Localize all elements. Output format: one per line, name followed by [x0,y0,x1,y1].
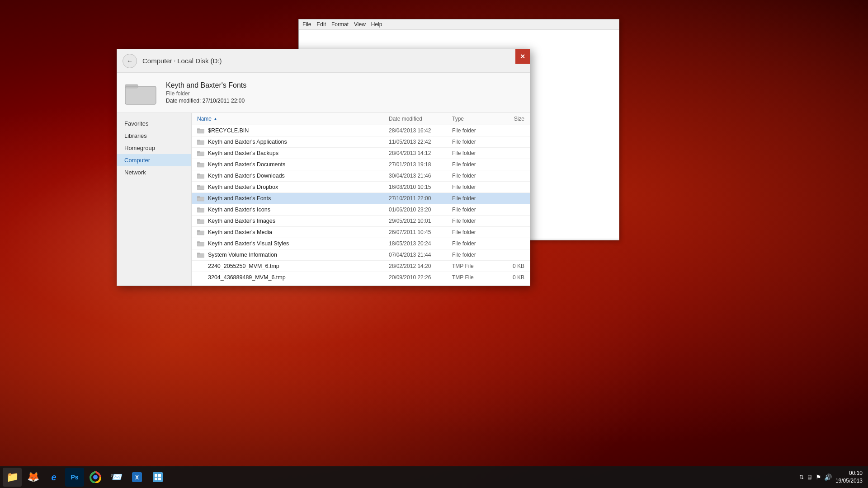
svg-rect-26 [197,253,200,254]
file-date: 30/04/2013 21:46 [389,173,452,179]
file-name: Keyth and Baxter's Dropbox [197,184,389,190]
file-name: Keyth and Baxter's Downloads [197,173,389,179]
notepad-menu-edit[interactable]: Edit [316,21,326,28]
taskbar-translator-icon[interactable]: X [127,468,146,487]
taskbar-send-icon[interactable]: 📨 [107,468,126,487]
file-type: TMP File [452,274,497,281]
taskbar-time-value: 00:10 [835,469,863,477]
svg-rect-18 [197,208,200,209]
table-row[interactable]: Keyth and Baxter's Icons 01/06/2010 23:2… [192,204,530,216]
taskbar-photoshop-icon[interactable]: Ps [65,468,84,487]
file-name: Keyth and Baxter's Visual Styles [197,240,389,247]
taskbar-chrome-icon[interactable] [86,468,105,487]
folder-icon [197,173,204,179]
svg-rect-34 [155,478,157,480]
table-row[interactable]: Keyth and Baxter's Dropbox 16/08/2010 10… [192,182,530,193]
sidebar-item-libraries[interactable]: Libraries [117,130,191,142]
file-type: File folder [452,173,497,179]
sort-arrow-icon: ▲ [213,117,217,121]
file-list[interactable]: Name ▲ Date modified Type Size $RECYCLE.… [192,113,530,286]
folder-icon [197,240,204,247]
table-row[interactable]: Keyth and Baxter's Fonts 27/10/2011 22:0… [192,193,530,204]
column-size[interactable]: Size [497,116,524,122]
back-arrow-icon: ← [127,57,133,65]
preview-file-type: File folder [166,90,246,97]
sidebar-item-favorites[interactable]: Favorites [117,117,191,130]
file-date: 28/04/2013 14:12 [389,150,452,156]
file-name: Keyth and Baxter's Icons [197,206,389,213]
taskbar-ie-icon[interactable]: e [44,468,63,487]
column-date[interactable]: Date modified [389,116,452,122]
table-row[interactable]: Keyth and Baxter's Documents 27/01/2013 … [192,159,530,170]
file-rows-container: $RECYCLE.BIN 28/04/2013 16:42 File folde… [192,125,530,283]
svg-rect-31 [153,472,163,482]
file-name: 2240_2055250_MVM_6.tmp [197,263,389,269]
svg-rect-4 [197,129,200,130]
folder-icon [197,206,204,213]
svg-text:X: X [135,474,139,481]
file-date: 07/04/2013 21:44 [389,252,452,258]
file-type: File folder [452,206,497,213]
explorer-titlebar: ← Computer › Local Disk (D:) ✕ [117,49,530,73]
notepad-menu-file[interactable]: File [302,21,311,28]
taskbar-app-icon[interactable] [148,468,167,487]
file-type: File folder [452,184,497,190]
table-row[interactable]: System Volume Information 07/04/2013 21:… [192,249,530,261]
sidebar-item-network[interactable]: Network [117,166,191,178]
breadcrumb-local-disk[interactable]: Local Disk (D:) [177,57,222,65]
table-row[interactable]: Keyth and Baxter's Images 29/05/2012 10:… [192,216,530,227]
notepad-menubar: File Edit Format View Help [299,19,619,30]
file-date: 29/05/2012 10:01 [389,218,452,224]
folder-icon [197,161,204,168]
folder-icon [197,150,204,156]
column-type[interactable]: Type [452,116,497,122]
breadcrumb-computer[interactable]: Computer [142,57,172,65]
close-button[interactable]: ✕ [515,49,530,64]
table-row[interactable]: Keyth and Baxter's Applications 11/05/20… [192,136,530,148]
taskbar-date-value: 19/05/2013 [835,477,863,485]
file-date: 27/01/2013 19:18 [389,161,452,168]
file-type: File folder [452,195,497,202]
table-row[interactable]: 3204_436889489_MVM_6.tmp 20/09/2010 22:2… [192,272,530,283]
back-button[interactable]: ← [123,54,137,68]
notepad-menu-view[interactable]: View [354,21,366,28]
notepad-menu-help[interactable]: Help [371,21,382,28]
table-row[interactable]: Keyth and Baxter's Media 26/07/2011 10:4… [192,227,530,238]
table-row[interactable]: 2240_2055250_MVM_6.tmp 28/02/2012 14:20 … [192,261,530,272]
file-date: 11/05/2013 22:42 [389,139,452,145]
taskbar-firefox-icon[interactable]: 🦊 [24,468,42,487]
preview-folder-name: Keyth and Baxter's Fonts [166,81,246,89]
desktop: File Edit Format View Help ← Computer › … [0,0,868,488]
table-row[interactable]: Keyth and Baxter's Visual Styles 18/05/2… [192,238,530,249]
file-name: 3204_436889489_MVM_6.tmp [197,274,389,281]
table-row[interactable]: Keyth and Baxter's Downloads 30/04/2013 … [192,170,530,182]
taskbar-monitor-icon: 🖥 [807,474,813,481]
taskbar-right: ⇅ 🖥 ⚑ 🔊 00:10 19/05/2013 [799,469,866,485]
table-row[interactable]: $RECYCLE.BIN 28/04/2013 16:42 File folde… [192,125,530,136]
folder-icon-large [124,79,157,106]
breadcrumb-sep-1: › [174,58,175,63]
svg-rect-20 [197,219,200,221]
file-list-header: Name ▲ Date modified Type Size [192,113,530,125]
file-name: Keyth and Baxter's Backups [197,150,389,156]
table-row[interactable]: Keyth and Baxter's Backups 28/04/2013 14… [192,148,530,159]
column-name[interactable]: Name ▲ [197,116,389,122]
file-date: 16/08/2010 10:15 [389,184,452,190]
taskbar-flag-icon: ⚑ [816,474,821,481]
taskbar-file-explorer-icon[interactable]: 📁 [3,468,22,487]
explorer-main: Favorites Libraries Homegroup Computer N… [117,113,530,286]
svg-rect-14 [197,185,200,187]
taskbar-clock[interactable]: 00:10 19/05/2013 [835,469,863,485]
file-type: File folder [452,161,497,168]
file-type: File folder [452,139,497,145]
file-type: TMP File [452,263,497,269]
folder-icon [197,195,204,202]
svg-rect-24 [197,242,200,243]
notepad-menu-format[interactable]: Format [331,21,349,28]
file-type: File folder [452,127,497,134]
sidebar-item-homegroup[interactable]: Homegroup [117,142,191,154]
taskbar-speaker-icon: 🔊 [824,474,832,481]
file-name: Keyth and Baxter's Documents [197,161,389,168]
sidebar-item-computer[interactable]: Computer [117,154,191,166]
preview-info: Keyth and Baxter's Fonts File folder Dat… [166,81,246,104]
